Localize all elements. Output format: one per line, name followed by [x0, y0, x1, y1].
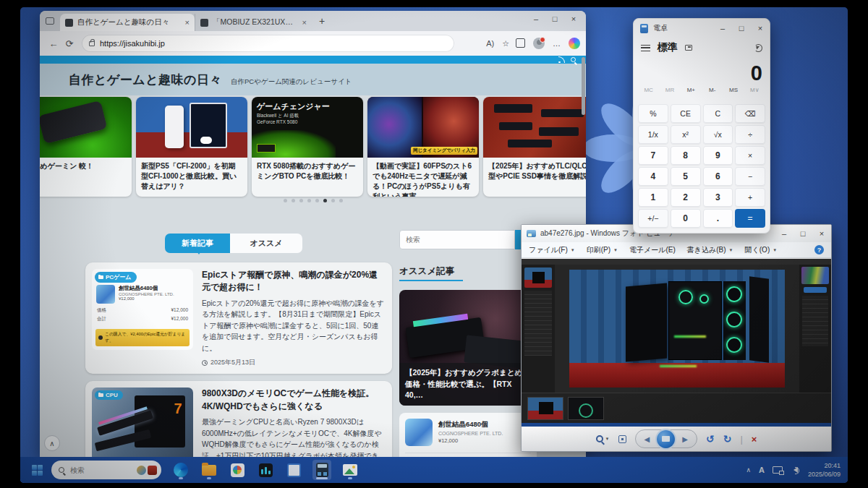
- menu-icon[interactable]: [641, 45, 650, 51]
- calc-key-.[interactable]: .: [703, 209, 733, 228]
- browser-tab-active[interactable]: 自作とゲームと趣味の日々 ×: [60, 14, 195, 31]
- calc-key-1[interactable]: 1: [638, 188, 668, 207]
- browser-tab[interactable]: 「MOBIUZ EX321UX」をレビュー。HD ×: [195, 14, 312, 31]
- photo-viewer-window[interactable]: ab47e276.jpg - Windows フォト ビューアー – □ × フ…: [521, 224, 832, 452]
- carousel-dot[interactable]: [292, 199, 295, 202]
- collections-icon[interactable]: [517, 40, 525, 48]
- calc-key-÷[interactable]: ÷: [735, 125, 765, 144]
- calc-key-3[interactable]: 3: [703, 188, 733, 207]
- page-scrollbar[interactable]: [582, 57, 585, 115]
- history-icon[interactable]: [754, 44, 762, 52]
- keep-on-top-icon[interactable]: [685, 45, 692, 51]
- taskbar-photos[interactable]: [228, 460, 247, 480]
- calc-key-2[interactable]: 2: [671, 188, 701, 207]
- carousel-dot[interactable]: [323, 199, 327, 202]
- taskbar-search[interactable]: [51, 461, 161, 479]
- hidden-icons-chevron[interactable]: ∧: [746, 466, 751, 474]
- tab-new-articles[interactable]: 新着記事: [165, 234, 230, 253]
- taskbar-edge[interactable]: [171, 460, 190, 480]
- previous-button[interactable]: ◀: [644, 435, 650, 443]
- calc-key-7[interactable]: 7: [638, 146, 668, 165]
- start-button[interactable]: [32, 465, 43, 476]
- maximize-button[interactable]: □: [732, 22, 751, 35]
- calc-key-+[interactable]: +: [735, 188, 765, 207]
- site-title[interactable]: 自作とゲームと趣味の日々: [69, 72, 222, 88]
- menu-file[interactable]: ファイル(F)▼: [529, 245, 575, 255]
- calc-key-+/−[interactable]: +/−: [638, 209, 668, 228]
- calculator-titlebar[interactable]: 電卓 – □ ×: [634, 19, 770, 38]
- carousel-card[interactable]: 同じタイミングでパリィ入力 【動画で実証】60FPSのスト6でも240Hzモニタ…: [367, 97, 479, 197]
- browser-window[interactable]: 自作とゲームと趣味の日々 × 「MOBIUZ EX321UX」をレビュー。HD …: [40, 11, 586, 457]
- carousel-card[interactable]: ゲームチェンジャー Blackwell と AI 搭載 GeForce RTX …: [252, 97, 363, 197]
- recommended-article-gpu[interactable]: 【2025年】おすすめグラボまとめ。価格・性能比較で選ぶ。【RTX 40,…: [399, 290, 537, 406]
- back-icon[interactable]: ←: [46, 38, 61, 49]
- article-title[interactable]: Epicストア報酬で原神、鳴潮の課金が20%還元で超お得に！: [202, 269, 386, 294]
- new-tab-button[interactable]: +: [319, 15, 325, 27]
- ime-indicator[interactable]: A: [759, 466, 765, 474]
- menu-open[interactable]: 開く(O)▼: [745, 245, 778, 255]
- taskbar-clock[interactable]: 20:41 2025/06/09: [808, 461, 841, 479]
- copilot-icon[interactable]: [569, 38, 580, 49]
- delete-button[interactable]: ×: [752, 434, 757, 445]
- tab-close-icon[interactable]: ×: [302, 18, 307, 27]
- calc-memory-MR[interactable]: MR: [659, 87, 680, 101]
- calculator-mode[interactable]: 標準: [658, 41, 678, 54]
- calculator-window[interactable]: 電卓 – □ × 標準 0 MCMRM+M-MSM∨ %CEC⌫1/xx²√x÷…: [633, 18, 770, 234]
- menu-email[interactable]: 電子メール(E): [629, 245, 676, 255]
- taskbar-window-app[interactable]: [284, 460, 303, 480]
- volume-icon[interactable]: [791, 467, 798, 473]
- minimize-button[interactable]: –: [527, 12, 545, 25]
- calc-key-√x[interactable]: √x: [703, 125, 733, 144]
- menu-print[interactable]: 印刷(P)▼: [587, 245, 618, 255]
- taskbar-search-input[interactable]: [69, 466, 119, 475]
- rotate-left-button[interactable]: ↺: [706, 433, 715, 445]
- calc-memory-MS[interactable]: MS: [723, 87, 744, 101]
- url-field[interactable]: https://jisakuhibi.jp: [82, 35, 454, 52]
- carousel-dot[interactable]: [315, 199, 319, 202]
- zoom-button[interactable]: ▼: [596, 435, 610, 442]
- taskbar-file-explorer[interactable]: [200, 460, 218, 480]
- carousel-dot[interactable]: [331, 199, 335, 202]
- read-aloud-icon[interactable]: A): [486, 39, 494, 48]
- article-card[interactable]: PCゲーム 創世結晶6480個 COGNOSPHERE PTE. LTD. ¥1…: [85, 262, 392, 374]
- taskbar-monitor-app[interactable]: [256, 460, 275, 480]
- tab-close-icon[interactable]: ×: [185, 18, 190, 27]
- minimize-button[interactable]: –: [775, 227, 793, 240]
- carousel-dot[interactable]: [299, 199, 303, 202]
- calc-key-=[interactable]: =: [735, 209, 765, 228]
- help-icon[interactable]: ?: [814, 245, 824, 254]
- minimize-button[interactable]: –: [713, 22, 732, 35]
- actual-size-icon[interactable]: [618, 435, 626, 443]
- sidebar-search-input[interactable]: [399, 230, 515, 249]
- calc-key-6[interactable]: 6: [703, 167, 733, 186]
- favorites-star-icon[interactable]: ☆: [502, 39, 509, 48]
- calc-key-⌫[interactable]: ⌫: [735, 104, 765, 123]
- calc-key-%[interactable]: %: [638, 104, 668, 123]
- menu-burn[interactable]: 書き込み(B)▼: [687, 245, 733, 255]
- recommended-article-epic[interactable]: 創世結晶6480個 COGNOSPHERE PTE. LTD. ¥12,000 …: [399, 413, 537, 457]
- profile-avatar[interactable]: [533, 38, 545, 49]
- carousel-dot[interactable]: [284, 199, 287, 202]
- calc-key-×[interactable]: ×: [735, 146, 765, 165]
- tab-actions-icon[interactable]: [46, 17, 54, 25]
- next-button[interactable]: ▶: [682, 435, 688, 443]
- network-icon[interactable]: [773, 466, 783, 474]
- slideshow-button[interactable]: [657, 430, 675, 448]
- calc-memory-MC[interactable]: MC: [638, 87, 659, 101]
- carousel-card[interactable]: 【2025年】おすすめTLC/QLC型やPCIE SSD事情を徹底解説: [483, 97, 586, 197]
- maximize-button[interactable]: □: [793, 227, 812, 240]
- calc-key-4[interactable]: 4: [638, 167, 668, 186]
- calc-key-9[interactable]: 9: [703, 146, 733, 165]
- calc-key-8[interactable]: 8: [671, 146, 701, 165]
- calc-key-−[interactable]: −: [735, 167, 765, 186]
- refresh-icon[interactable]: ⟳: [61, 38, 77, 49]
- calc-memory-M+[interactable]: M+: [681, 87, 702, 101]
- rotate-right-button[interactable]: ↻: [723, 433, 732, 445]
- calc-key-5[interactable]: 5: [671, 167, 701, 186]
- scroll-to-top-button[interactable]: ∧: [44, 435, 60, 451]
- calc-key-CE[interactable]: CE: [671, 104, 701, 123]
- calc-key-x²[interactable]: x²: [671, 125, 701, 144]
- carousel-card[interactable]: 新型PS5「CFI-2000」を初期型CFI-1000と徹底比較。買い替えはアリ…: [136, 97, 247, 197]
- article-card[interactable]: CPU 7 9800X3DのメモリOCでゲーム性能を検証。4K/WQHDでもさら…: [85, 381, 392, 457]
- rss-icon[interactable]: [558, 56, 565, 63]
